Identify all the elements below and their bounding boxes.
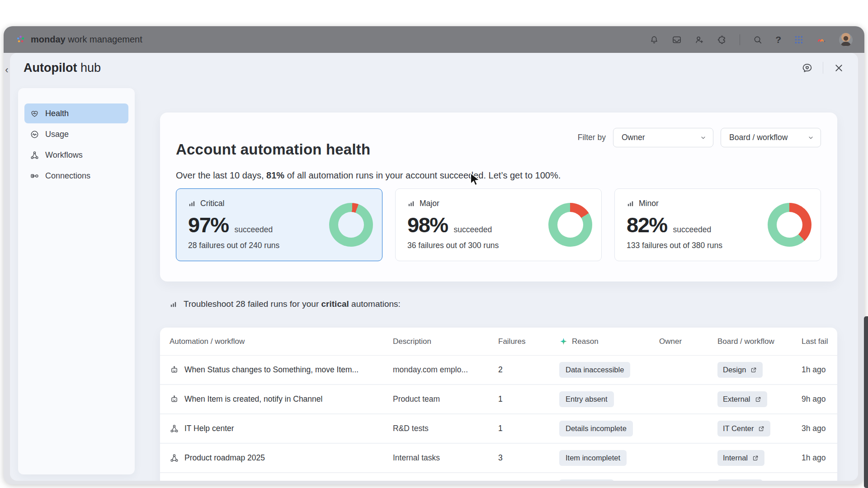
reason-badge: Item incompletet [559, 450, 627, 466]
topbar-actions: ? [649, 33, 853, 47]
board-filter-value: Board / workflow [729, 133, 788, 142]
workflow-icon [170, 424, 179, 433]
automations-table: Automation / workflow Description Failur… [160, 328, 837, 481]
stat-succeeded-label: succeeded [235, 225, 273, 235]
panel-title: Account automation health [176, 141, 370, 158]
stat-card-minor[interactable]: Minor 82% succeeded 133 failures out of … [614, 188, 821, 261]
table-header-row: Automation / workflow Description Failur… [160, 328, 837, 356]
bar-chart-icon [188, 200, 196, 207]
sidebar-item-health[interactable]: Health [24, 103, 128, 123]
owner-filter-value: Owner [622, 133, 645, 142]
pulse-circle-icon [30, 130, 39, 139]
last-fail-cell: 3h ago [802, 424, 833, 433]
topbar-divider [740, 34, 740, 45]
stat-percent: 82% [627, 212, 667, 237]
automation-name: Product roadmap 2025 [184, 453, 265, 463]
severity-cards: Critical 97% succeeded 28 failures out o… [176, 188, 821, 261]
stat-card-title: Minor [639, 199, 659, 208]
stat-card-major[interactable]: Major 98% succeeded 36 failures out of 3… [395, 188, 602, 261]
modal-title: Autopilot hub [24, 61, 101, 75]
donut-chart-minor [768, 203, 811, 247]
last-fail-cell: 1h ago [802, 365, 833, 375]
automation-name-cell: When Status changes to Something, move I… [170, 365, 393, 375]
external-link-icon [752, 455, 759, 462]
product-switcher-icon[interactable] [794, 35, 804, 45]
monday-mark-icon [816, 35, 826, 45]
close-icon[interactable] [833, 62, 844, 74]
screenshot-page: monday work management ? [0, 0, 868, 488]
col-reason: Reason [559, 337, 659, 346]
stat-main: 82% succeeded [627, 212, 711, 237]
search-icon[interactable] [753, 35, 763, 45]
brand-text: monday work management [31, 34, 142, 45]
stat-main: 98% succeeded [407, 212, 492, 237]
board-link[interactable]: Internal [717, 450, 764, 466]
external-link-icon [755, 396, 762, 403]
sidebar-item-label: Workflows [45, 150, 83, 160]
summary-text: Over the last 10 days, 81% of all automa… [176, 170, 561, 181]
stat-card-header: Minor [627, 199, 659, 208]
col-failures: Failures [498, 337, 559, 346]
table-row[interactable]: When Status changes to Something, move I… [160, 356, 837, 385]
stat-card-title: Major [420, 199, 439, 208]
failures-cell: 2 [498, 365, 559, 375]
troubleshoot-text: Troubleshoot 28 failed runs for your cri… [184, 299, 401, 309]
invite-members-icon[interactable] [694, 35, 704, 45]
apps-marketplace-icon[interactable] [717, 35, 727, 45]
last-fail-cell: 1h ago [802, 453, 833, 463]
chevron-down-icon [699, 134, 707, 141]
col-board-workflow: Board / workflow [717, 337, 802, 346]
stat-card-header: Major [407, 199, 439, 208]
ai-sparkle-icon [559, 337, 568, 346]
board-link[interactable]: IT Center [717, 421, 770, 436]
reason-badge: Data inaccessible [559, 362, 630, 378]
troubleshoot-note: Troubleshoot 28 failed runs for your cri… [170, 299, 401, 309]
col-automation-workflow: Automation / workflow [170, 337, 393, 346]
description-cell: Internal tasks [393, 453, 498, 463]
board-filter-dropdown[interactable]: Board / workflow [721, 128, 821, 147]
board-link[interactable]: Design [717, 362, 763, 378]
failures-cell: 1 [498, 424, 559, 433]
header-divider [823, 62, 823, 74]
notifications-bell-icon[interactable] [649, 35, 659, 45]
user-avatar[interactable] [839, 33, 853, 47]
stat-detail: 28 failures out of 240 runs [188, 241, 279, 250]
monday-logo-icon [15, 34, 26, 45]
failures-cell: 1 [498, 394, 559, 404]
heart-pulse-icon [30, 109, 39, 118]
collapse-chevron-button[interactable]: ‹ [4, 64, 10, 76]
help-icon[interactable]: ? [775, 35, 781, 44]
filters: Filter by Owner Board / workflow [578, 128, 821, 147]
table-row[interactable]: When Item is created, notify in Channel … [160, 385, 837, 414]
automation-name: IT Help center [184, 424, 234, 433]
inbox-tray-icon[interactable] [672, 35, 682, 45]
table-row[interactable]: When Item is created, create an Update P… [160, 473, 837, 481]
owner-filter-dropdown[interactable]: Owner [613, 128, 713, 147]
chevron-down-icon [807, 134, 815, 141]
sidebar-item-label: Usage [45, 130, 69, 139]
col-owner: Owner [659, 337, 717, 346]
feedback-icon[interactable] [802, 62, 813, 74]
table-row[interactable]: Product roadmap 2025 Internal tasks 3 It… [160, 444, 837, 473]
scrollbar-thumb[interactable] [864, 316, 868, 488]
sidebar: Health Usage Workflows [18, 88, 135, 474]
modal-header: Autopilot hub [10, 53, 858, 83]
reason-badge: Entry absent [559, 479, 614, 481]
automation-name: When Item is created, notify in Channel [184, 394, 322, 404]
board-link[interactable]: External [717, 391, 767, 407]
sidebar-item-connections[interactable]: Connections [24, 166, 128, 186]
description-cell: Product team [393, 394, 498, 404]
autopilot-hub-modal: Autopilot hub Health [10, 53, 858, 481]
stat-card-header: Critical [188, 199, 224, 208]
monday-topbar: monday work management ? [4, 26, 864, 53]
table-row[interactable]: IT Help center R&D tests 1 Details incom… [160, 414, 837, 444]
last-fail-cell: 9h ago [802, 394, 833, 404]
stat-card-critical[interactable]: Critical 97% succeeded 28 failures out o… [176, 188, 382, 261]
stat-succeeded-label: succeeded [673, 225, 712, 235]
automation-name-cell: When Item is created, notify in Channel [170, 394, 393, 404]
bar-chart-icon [407, 200, 415, 207]
board-link[interactable]: Design [717, 479, 763, 481]
sidebar-item-workflows[interactable]: Workflows [24, 145, 128, 165]
external-link-icon [750, 366, 757, 374]
sidebar-item-usage[interactable]: Usage [24, 124, 128, 144]
